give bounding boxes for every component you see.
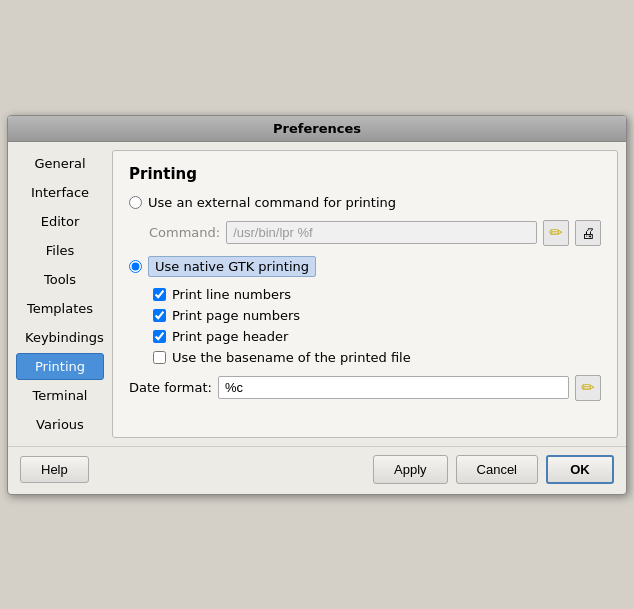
dialog-footer: Help Apply Cancel OK bbox=[8, 446, 626, 494]
print-page-header-row: Print page header bbox=[153, 329, 601, 344]
sidebar-item-printing[interactable]: Printing bbox=[16, 353, 104, 380]
sidebar-item-tools[interactable]: Tools bbox=[16, 266, 104, 293]
sidebar-item-editor[interactable]: Editor bbox=[16, 208, 104, 235]
sidebar-item-files[interactable]: Files bbox=[16, 237, 104, 264]
sidebar-item-templates[interactable]: Templates bbox=[16, 295, 104, 322]
section-title: Printing bbox=[129, 165, 601, 183]
date-format-input[interactable] bbox=[218, 376, 569, 399]
apply-button[interactable]: Apply bbox=[373, 455, 448, 484]
sidebar-item-keybindings[interactable]: Keybindings bbox=[16, 324, 104, 351]
use-external-command-option: Use an external command for printing bbox=[129, 195, 601, 210]
printer-icon: 🖨 bbox=[581, 225, 595, 241]
print-line-numbers-label: Print line numbers bbox=[172, 287, 291, 302]
print-page-header-label: Print page header bbox=[172, 329, 288, 344]
use-basename-label: Use the basename of the printed file bbox=[172, 350, 411, 365]
print-page-numbers-label: Print page numbers bbox=[172, 308, 300, 323]
dialog-title: Preferences bbox=[273, 121, 361, 136]
use-external-command-label: Use an external command for printing bbox=[148, 195, 396, 210]
dialog-title-bar: Preferences bbox=[8, 116, 626, 142]
sidebar-item-various[interactable]: Various bbox=[16, 411, 104, 438]
sidebar-item-terminal[interactable]: Terminal bbox=[16, 382, 104, 409]
date-format-label: Date format: bbox=[129, 380, 212, 395]
use-basename-row: Use the basename of the printed file bbox=[153, 350, 601, 365]
print-line-numbers-checkbox[interactable] bbox=[153, 288, 166, 301]
checkboxes-group: Print line numbers Print page numbers Pr… bbox=[153, 287, 601, 365]
print-dialog-button[interactable]: 🖨 bbox=[575, 220, 601, 246]
use-basename-checkbox[interactable] bbox=[153, 351, 166, 364]
help-button[interactable]: Help bbox=[20, 456, 89, 483]
use-native-gtk-option: Use native GTK printing bbox=[129, 256, 601, 277]
main-content-panel: Printing Use an external command for pri… bbox=[112, 150, 618, 438]
print-page-header-checkbox[interactable] bbox=[153, 330, 166, 343]
sidebar: General Interface Editor Files Tools Tem… bbox=[16, 150, 104, 438]
print-page-numbers-row: Print page numbers bbox=[153, 308, 601, 323]
command-input[interactable] bbox=[226, 221, 537, 244]
sidebar-item-general[interactable]: General bbox=[16, 150, 104, 177]
use-native-gtk-label: Use native GTK printing bbox=[148, 256, 316, 277]
pencil-icon-date: ✏ bbox=[581, 378, 594, 397]
cancel-button[interactable]: Cancel bbox=[456, 455, 538, 484]
command-row: Command: ✏ 🖨 bbox=[149, 220, 601, 246]
preferences-dialog: Preferences General Interface Editor Fil… bbox=[7, 115, 627, 495]
date-format-row: Date format: ✏ bbox=[129, 375, 601, 401]
use-external-command-radio[interactable] bbox=[129, 196, 142, 209]
clear-command-button[interactable]: ✏ bbox=[543, 220, 569, 246]
print-line-numbers-row: Print line numbers bbox=[153, 287, 601, 302]
use-native-gtk-radio[interactable] bbox=[129, 260, 142, 273]
command-label: Command: bbox=[149, 225, 220, 240]
dialog-body: General Interface Editor Files Tools Tem… bbox=[8, 142, 626, 446]
footer-right-buttons: Apply Cancel OK bbox=[373, 455, 614, 484]
clear-date-format-button[interactable]: ✏ bbox=[575, 375, 601, 401]
print-page-numbers-checkbox[interactable] bbox=[153, 309, 166, 322]
pencil-icon: ✏ bbox=[549, 223, 562, 242]
sidebar-item-interface[interactable]: Interface bbox=[16, 179, 104, 206]
ok-button[interactable]: OK bbox=[546, 455, 614, 484]
